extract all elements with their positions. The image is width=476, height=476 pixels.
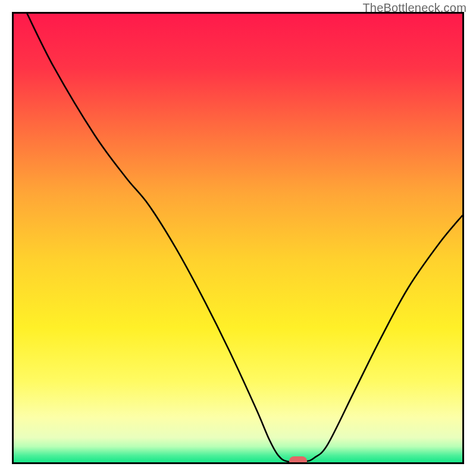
chart-container: TheBottleneck.com — [0, 0, 476, 476]
bottleneck-curve — [14, 14, 462, 462]
minimum-marker — [289, 456, 307, 464]
watermark-text: TheBottleneck.com — [362, 1, 466, 15]
plot-area — [12, 12, 464, 464]
